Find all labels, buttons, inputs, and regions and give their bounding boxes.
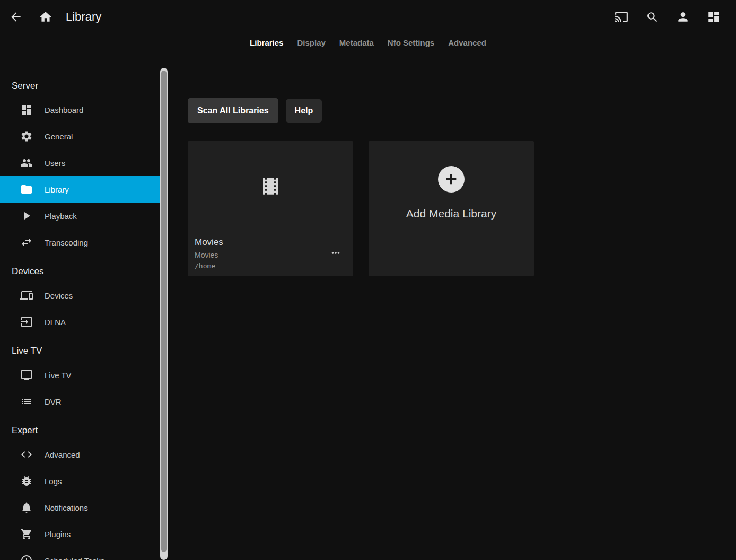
content-area: Server Dashboard General Users Library: [0, 68, 736, 560]
sidebar-item-plugins[interactable]: Plugins: [0, 521, 161, 547]
app-header: Library: [0, 0, 736, 34]
add-media-library-label: Add Media Library: [406, 207, 496, 220]
search-icon: [646, 11, 659, 24]
plus-icon: [443, 171, 460, 188]
admin-sidebar: Server Dashboard General Users Library: [0, 68, 168, 560]
sidebar-item-devices[interactable]: Devices: [0, 282, 161, 309]
user-icon: [676, 10, 690, 24]
back-button[interactable]: [8, 10, 23, 24]
sidebar-scrollbar[interactable]: [160, 68, 168, 560]
sidebar-item-dashboard[interactable]: Dashboard: [0, 97, 161, 123]
sidebar-item-label: Transcoding: [45, 238, 88, 247]
sidebar-item-logs[interactable]: Logs: [0, 468, 161, 494]
cast-button[interactable]: [614, 10, 629, 24]
list-icon: [20, 395, 33, 408]
library-card-title[interactable]: Movies: [195, 237, 345, 248]
sidebar-item-label: Library: [45, 185, 69, 194]
dashboard-grid-icon: [707, 10, 721, 24]
library-card-image[interactable]: [188, 141, 353, 231]
clock-icon: [20, 554, 33, 560]
sidebar-item-label: Devices: [45, 291, 73, 300]
search-button[interactable]: [645, 10, 660, 24]
bug-icon: [20, 475, 33, 487]
more-horizontal-icon: [330, 247, 343, 259]
library-settings-main: Scan All Libraries Help Movies Movies /h…: [168, 68, 736, 560]
users-icon: [20, 156, 33, 169]
cart-icon: [20, 528, 33, 540]
tab-nfo-settings[interactable]: Nfo Settings: [381, 34, 441, 51]
scan-all-libraries-button[interactable]: Scan All Libraries: [188, 98, 278, 123]
library-cards: Movies Movies /home Add Media Li: [188, 141, 736, 276]
sidebar-item-label: General: [45, 132, 73, 141]
devices-icon: [20, 289, 33, 302]
page-title: Library: [66, 10, 101, 24]
plus-circle: [438, 166, 465, 192]
settings-tab-bar: Libraries Display Metadata Nfo Settings …: [0, 34, 736, 51]
folder-icon: [20, 183, 33, 196]
sidebar-item-transcoding[interactable]: Transcoding: [0, 229, 161, 256]
sidebar-heading-devices: Devices: [0, 261, 168, 282]
sidebar-item-label: Users: [45, 159, 65, 168]
sidebar-heading-expert: Expert: [0, 420, 168, 441]
sidebar-item-advanced[interactable]: Advanced: [0, 441, 161, 468]
sidebar-item-label: Live TV: [45, 371, 72, 380]
library-card-body: Movies Movies /home: [188, 231, 353, 270]
sidebar-item-dlna[interactable]: DLNA: [0, 309, 161, 335]
sidebar-item-label: Plugins: [45, 530, 71, 539]
tab-advanced[interactable]: Advanced: [441, 34, 493, 51]
sidebar-item-notifications[interactable]: Notifications: [0, 494, 161, 521]
sidebar-item-scheduled-tasks[interactable]: Scheduled Tasks: [0, 547, 161, 560]
library-actions-row: Scan All Libraries Help: [188, 98, 736, 123]
tab-libraries[interactable]: Libraries: [243, 34, 290, 51]
dashboard-icon: [20, 103, 33, 116]
sidebar-heading-server: Server: [0, 75, 168, 97]
add-media-library-card[interactable]: Add Media Library: [369, 141, 534, 276]
sidebar-item-label: Notifications: [45, 503, 88, 512]
back-arrow-icon: [9, 10, 23, 24]
header-actions: [614, 10, 728, 24]
sidebar-item-label: Logs: [45, 477, 62, 486]
sidebar-item-dvr[interactable]: DVR: [0, 388, 161, 415]
sidebar-scrollbar-thumb[interactable]: [161, 71, 167, 552]
home-icon: [39, 10, 52, 24]
sidebar-item-label: DLNA: [45, 318, 66, 327]
sidebar-item-label: Advanced: [45, 450, 80, 459]
sidebar-heading-live-tv: Live TV: [0, 340, 168, 362]
tab-metadata[interactable]: Metadata: [332, 34, 381, 51]
dashboard-menu-button[interactable]: [706, 10, 721, 24]
home-button[interactable]: [38, 10, 53, 24]
tab-display[interactable]: Display: [290, 34, 332, 51]
library-card-menu-button[interactable]: [330, 247, 343, 259]
user-menu-button[interactable]: [676, 10, 690, 24]
sidebar-item-label: DVR: [45, 397, 62, 406]
library-card-content-type: Movies: [195, 251, 345, 259]
gear-icon: [20, 130, 33, 143]
bell-icon: [20, 501, 33, 514]
sidebar-item-playback[interactable]: Playback: [0, 203, 161, 229]
input-icon: [20, 316, 33, 328]
play-icon: [20, 209, 33, 222]
help-button[interactable]: Help: [286, 99, 322, 122]
library-card-path: /home: [195, 262, 345, 270]
sidebar-item-general[interactable]: General: [0, 123, 161, 150]
swap-arrows-icon: [20, 236, 33, 249]
sidebar-item-label: Playback: [45, 212, 77, 221]
film-strip-icon: [259, 175, 282, 197]
library-card-movies: Movies Movies /home: [188, 141, 353, 276]
sidebar-item-library[interactable]: Library: [0, 176, 161, 203]
code-icon: [20, 448, 33, 461]
tv-icon: [20, 369, 33, 381]
sidebar-item-label: Scheduled Tasks: [45, 556, 104, 560]
sidebar-item-label: Dashboard: [45, 106, 83, 115]
sidebar-item-live-tv[interactable]: Live TV: [0, 362, 161, 388]
cast-icon: [615, 10, 628, 24]
sidebar-item-users[interactable]: Users: [0, 150, 161, 176]
